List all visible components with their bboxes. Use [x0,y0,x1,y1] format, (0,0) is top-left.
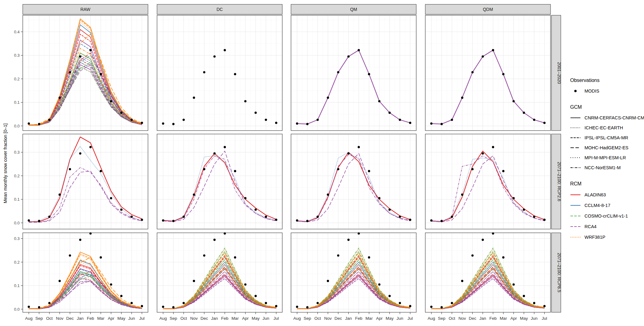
legend-label: NCC-NorESM1-M [584,165,621,170]
modis-point [244,100,246,102]
panel-QDM-row3 [425,232,551,312]
modis-point [59,280,61,282]
legend-observations-items: MODIS [570,86,643,96]
legend-key-COSMO-crCLIM-v1-1-icon [570,213,581,218]
modis-point [69,254,71,256]
modis-point [327,194,329,196]
modis-point [224,49,226,51]
x-tick-label: Mar [365,316,373,321]
modis-point [265,119,267,121]
y-tick-label: 0.3 [14,53,20,58]
modis-point [203,254,205,256]
x-tick-label: Apr [510,316,517,321]
x-tick-label: Jul [274,316,279,321]
modis-point [533,216,535,218]
legend-label: MPI-M-MPI-ESM-LR [584,155,626,160]
modis-point [430,219,432,222]
modis-point [120,112,122,114]
modis-point [317,216,319,218]
x-tick-label: Dec [200,316,208,321]
x-tick-label: Jan [211,316,218,321]
modis-point [296,306,298,308]
modis-point [306,220,308,222]
legend-key-WRF381P-icon [570,235,581,240]
snow-cover-bias-correction-figure: { "figure": {"width": 2067, "height": 10… [0,0,644,326]
modis-point [193,280,195,282]
x-tick-label: Nov [190,316,198,321]
modis-point [306,306,308,308]
facet-row-label: 2071–2100: RCP2.6 [557,162,562,201]
y-tick-label: 0.0 [14,307,20,312]
legend-item-MOHC-HadGEM2-ES: MOHC-HadGEM2-ES [570,143,643,153]
y-tick-label: 0.0 [14,124,20,128]
x-tick-label: Sep [169,316,177,321]
x-tick-label: Nov [458,316,466,321]
snow-cover-facet-chart: RAWDCQMQDM2001–20200.00.10.20.30.42071–2… [0,0,644,326]
modis-point [389,295,391,297]
modis-point [265,302,267,304]
modis-point [28,122,30,125]
panel-QDM-row2 [425,134,551,229]
panel-DC-row1 [157,15,282,131]
modis-point [399,216,401,218]
modis-point [482,152,484,155]
modis-point [162,306,164,308]
modis-point [38,306,40,308]
legend-key-ALADIN63-icon [570,192,581,197]
modis-point [347,55,350,58]
x-tick-label: May [117,316,126,321]
modis-point [461,97,463,99]
x-tick-label: Feb [221,316,228,321]
modis-point [461,194,463,196]
x-tick-label: Nov [56,316,63,321]
modis-point [471,71,474,73]
modis-point [255,209,257,211]
legend-label: IPSL-IPSL-CM5A-MR [584,135,628,140]
modis-point [275,305,277,307]
x-tick-label: Feb [87,316,94,321]
modis-point [110,283,112,285]
modis-point [120,209,122,211]
legend-key-MPI-M-MPI-ESM-LR-icon [570,155,581,160]
modis-point [69,168,71,170]
modis-point [265,216,267,218]
legend-key-MODIS-icon [570,89,581,93]
modis-point [296,122,298,125]
modis-point [358,49,360,51]
x-tick-label: Jan [77,316,84,321]
legend-item-ICHEC-EC-EARTH: ICHEC-EC-EARTH [570,123,643,133]
x-tick-label: Jul [139,316,145,321]
x-tick-label: Sep [303,316,311,321]
modis-point [79,152,81,155]
modis-point [131,302,133,304]
modis-point [28,219,30,222]
facet-col-label: QDM [483,7,493,12]
modis-point [430,306,432,308]
facet-col-label: QM [350,7,357,12]
modis-point [255,112,257,114]
x-tick-label: Mar [231,316,239,321]
modis-point [131,119,133,121]
modis-point [482,55,484,58]
modis-point [38,220,40,222]
facet-row-label: 2071–2100: RCP8.5 [557,253,562,292]
modis-point [213,152,216,155]
modis-point [48,302,50,304]
modis-point [513,100,515,102]
y-tick-label: 0.1 [14,100,20,105]
legend-item-MPI-M-MPI-ESM-LR: MPI-M-MPI-ESM-LR [570,153,643,163]
x-tick-label: Jan [345,316,352,321]
y-tick-label: 0.1 [14,197,20,202]
modis-point [255,295,257,297]
x-tick-label: Apr [108,316,115,321]
x-tick-label: Oct [449,316,455,321]
legend-item-RCA4: RCA4 [570,221,643,232]
x-tick-label: Jun [531,316,538,321]
modis-point [172,220,174,222]
modis-point [523,295,525,297]
modis-point [337,168,339,170]
legend-label: MODIS [584,89,599,93]
modis-point [327,280,329,282]
x-tick-label: Apr [242,316,249,321]
modis-point [79,239,81,241]
